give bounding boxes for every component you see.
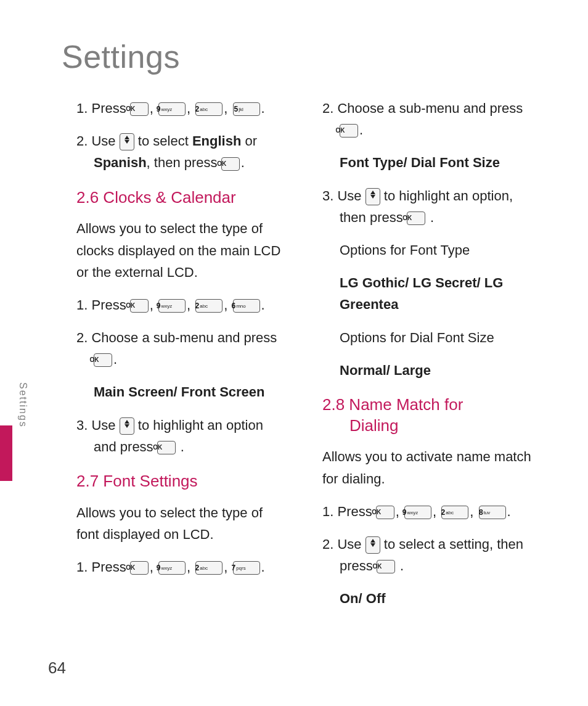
key-5-icon: 5jkl <box>233 102 260 116</box>
nav-up-down-icon <box>120 417 134 435</box>
step-2-5-2: 2. Use to select English or Spanish, the… <box>62 130 287 173</box>
ok-key-icon: OK <box>377 560 395 573</box>
step-text: 3. Use <box>76 417 120 433</box>
section-2-7-intro: Allows you to select the type of font di… <box>62 502 287 545</box>
two-column-layout: 1. Press OK, 9wxyz, 2abc, 5jkl. 2. Use t… <box>62 97 533 621</box>
key-9-icon: 9wxyz <box>158 102 186 116</box>
key-7-icon: 7pqrs <box>233 561 260 575</box>
name-match-values: On/ Off <box>308 588 533 609</box>
ok-key-icon: OK <box>94 353 112 367</box>
step-text: or <box>245 133 257 149</box>
key-9-icon: 9wxyz <box>158 299 186 313</box>
step-2-5-1: 1. Press OK, 9wxyz, 2abc, 5jkl. <box>62 97 287 119</box>
step-text: 1. Press <box>76 559 130 575</box>
step-text: 2. Choose a sub-menu and press <box>322 101 523 116</box>
section-heading-2-7: 2.7 Font Settings <box>76 471 287 492</box>
heading-line-1: 2.8 Name Match for <box>322 395 463 414</box>
font-type-options-values: LG Gothic/ LG Secret/ LG Greentea <box>308 272 533 315</box>
side-tab-marker <box>0 425 12 481</box>
step-2-8-2: 2. Use to select a setting, then press O… <box>308 533 533 577</box>
font-type-options-label: Options for Font Type <box>308 239 533 261</box>
key-9-icon: 9wxyz <box>158 561 186 575</box>
step-text: 1. Press <box>76 101 130 116</box>
ok-key-icon: OK <box>130 299 149 313</box>
step-text: 2. Use <box>76 133 120 149</box>
ok-key-icon: OK <box>130 102 149 116</box>
ok-key-icon: OK <box>221 157 240 171</box>
submenu-2-7: Font Type/ Dial Font Size <box>308 152 533 173</box>
page-title: Settings <box>62 38 533 75</box>
submenu-2-6: Main Screen/ Front Screen <box>62 381 287 403</box>
step-2-6-2: 2. Choose a sub-menu and press OK. <box>62 327 287 370</box>
nav-up-down-icon <box>365 188 380 205</box>
right-column: 2. Choose a sub-menu and press OK. Font … <box>308 97 533 621</box>
step-text: 1. Press <box>322 504 376 519</box>
step-text: 3. Use <box>322 188 365 203</box>
step-text: 2. Choose a sub-menu and press <box>76 330 277 345</box>
section-2-8-intro: Allows you to activate name match for di… <box>308 446 533 489</box>
step-text: 1. Press <box>76 297 130 313</box>
dial-font-size-options-values: Normal/ Large <box>308 359 533 381</box>
page-number: 64 <box>48 659 66 678</box>
nav-up-down-icon <box>120 133 134 150</box>
step-text: 2. Use <box>322 536 365 552</box>
key-2-icon: 2abc <box>441 506 468 519</box>
left-column: 1. Press OK, 9wxyz, 2abc, 5jkl. 2. Use t… <box>62 97 287 621</box>
step-text: , then press <box>147 155 221 170</box>
key-2-icon: 2abc <box>195 299 223 313</box>
step-text: to select <box>138 133 192 149</box>
step-2-6-3: 3. Use to highlight an option and press … <box>62 414 287 458</box>
step-2-6-1: 1. Press OK, 9wxyz, 2abc, 6mno. <box>62 294 287 316</box>
key-9-icon: 9wxyz <box>404 506 431 519</box>
ok-key-icon: OK <box>340 124 358 138</box>
key-2-icon: 2abc <box>195 561 223 575</box>
dial-font-size-options-label: Options for Dial Font Size <box>308 327 533 348</box>
ok-key-icon: OK <box>407 211 425 225</box>
step-2-8-1: 1. Press OK, 9wxyz, 2abc, 8tuv. <box>308 501 533 522</box>
ok-key-icon: OK <box>130 561 149 575</box>
side-section-label: Settings <box>16 382 28 428</box>
section-2-6-intro: Allows you to select the type of clocks … <box>62 218 287 283</box>
key-8-icon: 8tuv <box>479 506 506 519</box>
section-heading-2-6: 2.6 Clocks & Calendar <box>76 187 287 208</box>
option-english: English <box>192 133 241 149</box>
manual-page: Settings 1. Press OK, 9wxyz, 2abc, 5jkl.… <box>0 0 588 706</box>
key-2-icon: 2abc <box>195 102 223 116</box>
heading-line-2: Dialing <box>349 416 399 435</box>
key-6-icon: 6mno <box>233 299 260 313</box>
step-2-7-3: 3. Use to highlight an option, then pres… <box>308 185 533 228</box>
nav-up-down-icon <box>365 536 380 554</box>
section-heading-2-8: 2.8 Name Match for Dialing <box>322 395 533 437</box>
option-spanish: Spanish <box>94 155 147 170</box>
ok-key-icon: OK <box>157 441 176 454</box>
step-2-7-2: 2. Choose a sub-menu and press OK. <box>308 97 533 141</box>
step-2-7-1: 1. Press OK, 9wxyz, 2abc, 7pqrs. <box>62 556 287 578</box>
ok-key-icon: OK <box>376 506 394 519</box>
